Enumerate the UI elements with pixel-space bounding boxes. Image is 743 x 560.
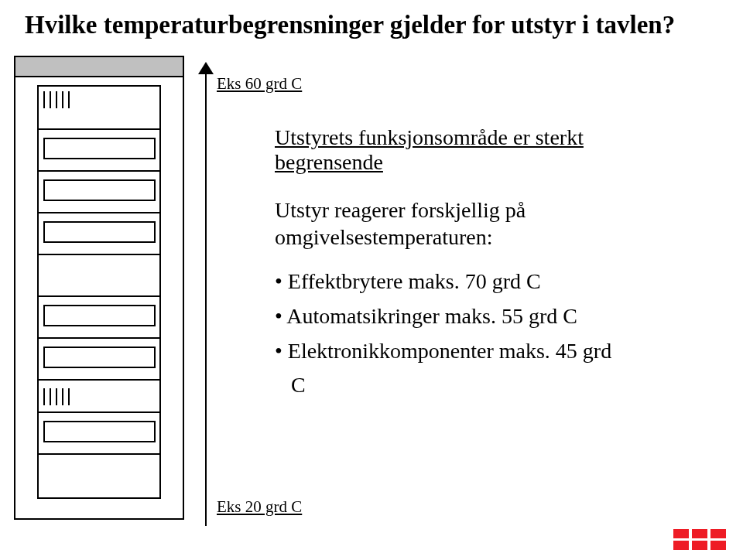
abb-logo: [673, 529, 728, 551]
cabinet-slot: [43, 179, 156, 201]
cabinet-slot: [43, 305, 156, 326]
subheading: Utstyrets funksjonsområde er sterkt begr…: [275, 125, 584, 175]
subheading-line1: Utstyrets funksjonsområde er sterkt: [275, 125, 584, 149]
bullet-item-1: Effektbrytere maks. 70 grd C: [275, 265, 611, 299]
breaker-bars-top: [43, 91, 70, 108]
breaker-bars-mid: [43, 388, 70, 405]
bullet-item-3: Elektronikkomponenter maks. 45 grd C: [291, 334, 611, 404]
cabinet-diagram: [14, 56, 184, 535]
slide: Hvilke temperaturbegrensninger gjelder f…: [0, 0, 743, 560]
subheading-line2: begrensende: [275, 150, 383, 174]
bullet-list: Effektbrytere maks. 70 grd C Automatsikr…: [275, 265, 611, 403]
temperature-gradient-arrow: [205, 70, 207, 526]
temp-label-bottom: Eks 20 grd C: [217, 497, 302, 517]
cabinet-top-band: [15, 57, 183, 77]
temp-label-top: Eks 60 grd C: [217, 74, 302, 94]
body-line1: Utstyr reagerer forskjellig på: [275, 198, 526, 222]
cabinet-slot: [43, 347, 156, 368]
body-intro: Utstyr reagerer forskjellig på omgivelse…: [275, 196, 526, 251]
cabinet-slot: [43, 221, 156, 243]
cabinet-slot: [43, 138, 156, 159]
page-title: Hvilke temperaturbegrensninger gjelder f…: [25, 11, 675, 39]
cabinet-inner: [37, 85, 161, 499]
bullet-item-2: Automatsikringer maks. 55 grd C: [275, 299, 611, 334]
body-line2: omgivelsestemperaturen:: [275, 225, 492, 249]
cabinet-slot: [43, 421, 156, 442]
